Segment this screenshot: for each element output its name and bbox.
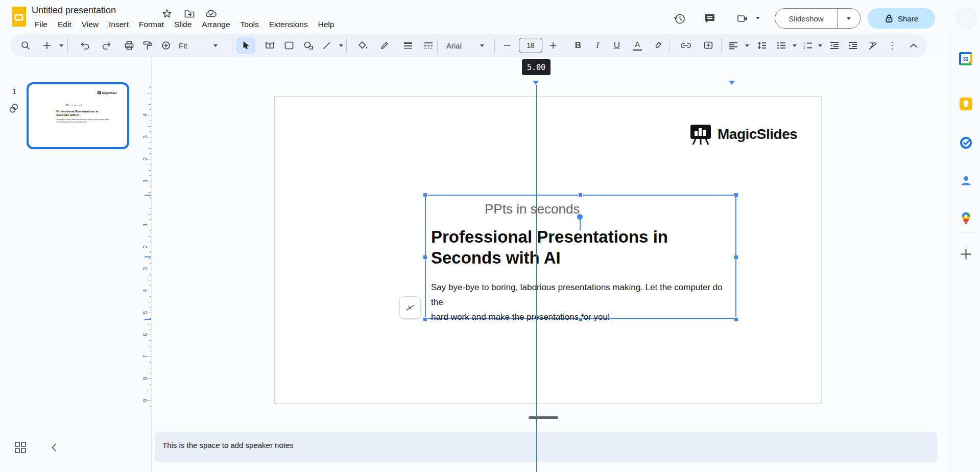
move-folder-icon[interactable]: [184, 8, 195, 19]
clear-formatting-button[interactable]: [864, 34, 881, 57]
select-tool-button[interactable]: [236, 37, 255, 54]
resize-handle-nw[interactable]: [423, 193, 427, 197]
border-color-button[interactable]: [375, 34, 394, 57]
underline-button[interactable]: U: [609, 34, 625, 57]
slide-heading[interactable]: Professional Presentations in Seconds wi…: [431, 226, 668, 268]
font-size-value[interactable]: 18: [519, 38, 542, 53]
tasks-icon[interactable]: [959, 136, 973, 150]
italic-button[interactable]: I: [589, 34, 606, 57]
slideshow-button[interactable]: Slideshow: [775, 8, 861, 29]
text-color-button[interactable]: A: [629, 34, 646, 57]
contacts-icon[interactable]: [959, 174, 973, 187]
bulleted-list-caret[interactable]: [791, 34, 799, 57]
resize-handle-se[interactable]: [734, 317, 738, 322]
increase-font-button[interactable]: [545, 34, 561, 57]
calendar-icon[interactable]: 31: [959, 52, 973, 66]
menu-item-format[interactable]: Format: [134, 18, 169, 31]
paint-format-button[interactable]: [139, 34, 156, 57]
insert-shape-button[interactable]: [300, 34, 317, 57]
border-dash-button[interactable]: [419, 34, 438, 57]
selected-text-box[interactable]: PPts in seconds Professional Presentatio…: [425, 195, 736, 319]
keep-icon[interactable]: [959, 97, 973, 111]
meet-video-icon[interactable]: [736, 12, 748, 23]
align-button[interactable]: [725, 34, 742, 57]
slides-logo[interactable]: [11, 6, 27, 28]
vertical-guide-line[interactable]: [536, 85, 537, 472]
new-slide-caret[interactable]: [57, 34, 65, 57]
insert-line-button[interactable]: [319, 34, 334, 57]
guide-ruler-marker[interactable]: [533, 81, 539, 85]
bulleted-list-button[interactable]: [773, 34, 790, 57]
add-comment-button[interactable]: [699, 34, 718, 57]
menu-item-slide[interactable]: Slide: [169, 18, 197, 31]
collapse-toolbar-button[interactable]: [905, 34, 922, 57]
grid-view-button[interactable]: [13, 440, 28, 455]
maps-icon[interactable]: [959, 211, 973, 225]
undo-button[interactable]: [76, 34, 93, 57]
menu-item-edit[interactable]: Edit: [53, 18, 77, 31]
font-size-field[interactable]: 18: [519, 34, 542, 57]
new-slide-button[interactable]: [40, 34, 54, 57]
resize-handle-s[interactable]: [578, 317, 583, 322]
zoom-select[interactable]: Fit: [175, 34, 199, 57]
resize-handle-w[interactable]: [423, 255, 427, 259]
slide-subtitle[interactable]: PPts in seconds: [485, 201, 580, 217]
zoom-select-caret[interactable]: [211, 34, 220, 57]
linked-rings-icon[interactable]: [7, 101, 21, 115]
rotation-handle[interactable]: [577, 214, 583, 220]
menu-item-insert[interactable]: Insert: [104, 18, 134, 31]
menu-item-extensions[interactable]: Extensions: [264, 18, 313, 31]
account-avatar[interactable]: [956, 7, 977, 29]
more-options-button[interactable]: ⋮: [885, 34, 900, 57]
text-box-button[interactable]: [261, 34, 278, 57]
insert-line-caret[interactable]: [337, 34, 345, 57]
menu-item-view[interactable]: View: [77, 18, 104, 31]
font-family-select[interactable]: Arial: [445, 34, 472, 57]
speaker-notes-panel[interactable]: This is the space to add speaker notes: [155, 432, 938, 462]
insert-image-button[interactable]: [280, 34, 298, 57]
align-caret[interactable]: [743, 34, 751, 57]
zoom-button[interactable]: [157, 34, 175, 57]
fill-color-button[interactable]: [353, 34, 372, 57]
meet-dropdown-caret[interactable]: [756, 17, 760, 19]
search-menus-button[interactable]: [17, 34, 34, 57]
line-spacing-button[interactable]: [753, 34, 771, 57]
present-options-caret[interactable]: [838, 17, 860, 20]
slide-body-text[interactable]: Say bye-bye to boring, laborious present…: [431, 280, 735, 324]
slide-editor[interactable]: MagicSlides PPts in seconds Professional…: [274, 96, 822, 404]
numbered-list-button[interactable]: 12: [800, 34, 816, 57]
menu-item-tools[interactable]: Tools: [235, 18, 264, 31]
guide-position-tooltip: 5.00: [522, 59, 551, 75]
version-history-icon[interactable]: [673, 12, 684, 23]
redo-button[interactable]: [98, 34, 115, 57]
resize-handle-n[interactable]: [578, 193, 583, 197]
get-add-ons-button[interactable]: [959, 247, 973, 261]
star-icon[interactable]: [161, 8, 173, 19]
highlight-color-button[interactable]: [650, 34, 668, 57]
resize-handle-e[interactable]: [734, 255, 738, 259]
bold-button[interactable]: B: [570, 34, 586, 57]
menu-item-file[interactable]: File: [30, 18, 53, 31]
menu-item-arrange[interactable]: Arrange: [197, 18, 235, 31]
share-button[interactable]: Share: [868, 8, 935, 29]
font-family-caret[interactable]: [478, 34, 486, 57]
right-indent-marker[interactable]: [729, 81, 735, 85]
slide-thumbnail[interactable]: MagicSlides PPts in seconds Professional…: [27, 82, 129, 149]
speaker-notes-text[interactable]: This is the space to add speaker notes: [162, 441, 294, 450]
border-weight-button[interactable]: [398, 34, 418, 57]
decrease-font-button[interactable]: [499, 34, 515, 57]
collapse-filmstrip-chevron[interactable]: [49, 442, 59, 453]
notes-resize-handle[interactable]: [529, 416, 558, 419]
comment-history-icon[interactable]: [704, 12, 715, 23]
print-button[interactable]: [121, 34, 138, 57]
cloud-saved-icon[interactable]: [205, 8, 217, 19]
floating-format-button[interactable]: [399, 296, 421, 319]
decrease-indent-button[interactable]: [826, 34, 843, 57]
numbered-list-caret[interactable]: [816, 34, 824, 57]
document-title[interactable]: Untitled presentation: [32, 5, 116, 16]
resize-handle-ne[interactable]: [734, 193, 738, 197]
menu-item-help[interactable]: Help: [313, 18, 340, 31]
increase-indent-button[interactable]: [845, 34, 861, 57]
insert-link-button[interactable]: [676, 34, 696, 57]
resize-handle-sw[interactable]: [423, 317, 427, 322]
